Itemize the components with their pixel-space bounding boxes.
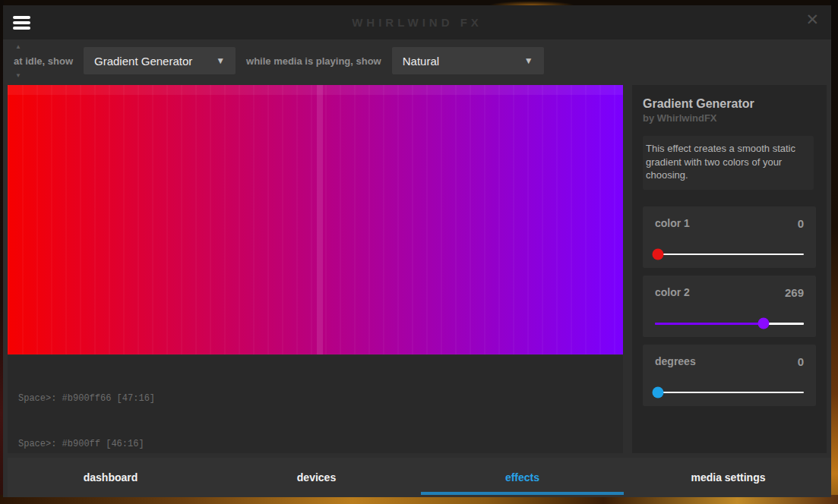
wallpaper-right-edge xyxy=(830,0,838,504)
effect-selector-row: ▲ at idle, show ▼ Gradient Generator ▼ w… xyxy=(3,39,831,82)
media-playing-label: while media is playing, show xyxy=(246,55,381,67)
tab-effects[interactable]: effects xyxy=(419,458,625,497)
app-window: WHIRLWIND FX ✕ ▲ at idle, show ▼ Gradien… xyxy=(3,5,831,497)
close-icon[interactable]: ✕ xyxy=(805,11,819,27)
color2-label: color 2 xyxy=(655,286,690,298)
bottom-tab-bar: dashboard devices effects media settings xyxy=(8,458,831,497)
chevron-down-icon: ▼ xyxy=(216,55,225,66)
active-tab-underline xyxy=(421,492,624,495)
effect-title: Gradient Generator xyxy=(643,97,816,111)
chevron-down-icon: ▼ xyxy=(524,55,533,66)
effect-author: by WhirlwindFX xyxy=(643,112,816,124)
color1-slider[interactable] xyxy=(655,254,804,255)
console-line: Space>: #b900ff [46:16] xyxy=(18,436,623,452)
gradient-preview xyxy=(8,85,623,354)
app-title: WHIRLWIND FX xyxy=(3,16,831,29)
color1-slider-card: color 1 0 xyxy=(643,206,816,268)
effect-settings-panel: Gradient Generator by WhirlwindFX This e… xyxy=(632,85,827,453)
degrees-value: 0 xyxy=(798,355,804,368)
tab-dashboard[interactable]: dashboard xyxy=(8,458,213,497)
color1-label: color 1 xyxy=(655,217,690,229)
collapse-up-icon[interactable]: ▲ xyxy=(15,43,21,50)
idle-effect-dropdown[interactable]: Gradient Generator ▼ xyxy=(84,47,236,74)
color2-slider[interactable] xyxy=(655,323,804,325)
color1-value: 0 xyxy=(798,217,804,230)
idle-show-label: ▲ at idle, show ▼ xyxy=(14,55,73,67)
media-effect-dropdown[interactable]: Natural ▼ xyxy=(392,47,544,74)
degrees-label: degrees xyxy=(655,355,696,367)
color2-value: 269 xyxy=(785,286,804,299)
tab-devices[interactable]: devices xyxy=(213,458,419,497)
degrees-slider[interactable] xyxy=(655,392,804,393)
title-bar: WHIRLWIND FX ✕ xyxy=(3,5,831,39)
collapse-down-icon[interactable]: ▼ xyxy=(15,72,21,79)
console-line: Space>: #b900ff66 [47:16] xyxy=(18,391,623,406)
color1-slider-thumb[interactable] xyxy=(652,248,663,260)
tab-media-settings[interactable]: media settings xyxy=(625,458,831,497)
idle-effect-selected: Gradient Generator xyxy=(94,55,192,68)
effect-description: This effect creates a smooth static grad… xyxy=(643,136,814,190)
degrees-slider-card: degrees 0 xyxy=(643,345,816,406)
degrees-slider-thumb[interactable] xyxy=(652,386,663,398)
color2-slider-thumb[interactable] xyxy=(758,318,770,329)
console-log: Space>: #b900ff66 [47:16] Space>: #b900f… xyxy=(8,355,623,453)
color2-slider-card: color 2 269 xyxy=(643,276,816,337)
media-effect-selected: Natural xyxy=(403,55,439,68)
